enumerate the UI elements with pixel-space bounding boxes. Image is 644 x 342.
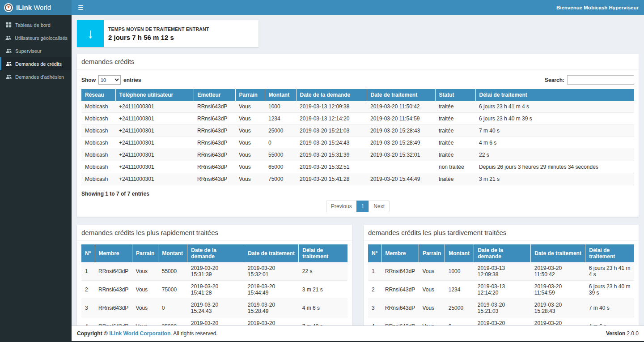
table-cell: 7 m 40 s xyxy=(475,125,634,137)
column-header[interactable]: Membre xyxy=(381,244,419,262)
table-header: N°MembreParrainMontantDate de la demande… xyxy=(368,244,634,262)
table-cell: Mobicash xyxy=(81,101,115,113)
table-cell: 2019-03-20 15:21:03 xyxy=(187,317,244,326)
sidebar-item-label: Superviseur xyxy=(15,48,42,54)
sidebar-item-tableau-de-bord[interactable]: Tableau de bord xyxy=(0,18,72,31)
table-cell: 2019-03-20 15:28:43 xyxy=(531,299,585,317)
table-row: 4RRnsi643dPVous250002019-03-20 15:21:032… xyxy=(81,317,347,326)
column-header[interactable]: Réseau xyxy=(81,89,115,101)
table-row: 2RRnsi643dPVous12342019-03-13 12:14:2020… xyxy=(368,281,634,299)
pagination-page-1-button[interactable]: 1 xyxy=(356,201,369,212)
table-cell: Vous xyxy=(132,317,158,326)
content-area: ↓ TEMPS MOYEN DE TRAITEMENT ENTRANT 2 jo… xyxy=(72,15,644,325)
sidebar-item-label: Demandes d'adhésion xyxy=(15,74,64,80)
table-row: Mobicash+24111000301RRnsi643dPVous250002… xyxy=(81,125,634,137)
table-cell: traitée xyxy=(435,149,475,161)
table-row: 3RRnsi643dPVous250002019-03-20 15:21:032… xyxy=(368,299,634,317)
search-input[interactable] xyxy=(567,75,634,85)
pagination-previous-button[interactable]: Previous xyxy=(326,201,357,212)
table-cell xyxy=(367,161,435,173)
slowest-processed-table: N°MembreParrainMontantDate de la demande… xyxy=(368,244,634,325)
column-header[interactable]: Statut xyxy=(435,89,475,101)
app-logo-icon xyxy=(4,3,13,13)
table-cell: 2019-03-20 15:21:03 xyxy=(296,125,367,137)
bottom-panels-row: demandes crédits les plus rapidement tra… xyxy=(77,225,639,325)
column-header[interactable]: Délai de traitement xyxy=(299,244,347,262)
dashboard-icon xyxy=(5,22,12,28)
sidebar-item-superviseur[interactable]: Superviseur xyxy=(0,44,72,57)
table-cell: 2019-03-20 15:32:01 xyxy=(367,149,435,161)
sidebar-toggle-button[interactable]: ☰ xyxy=(72,0,90,15)
table-row: Mobicash+24111000301RRnsi643dPVous123420… xyxy=(81,113,634,125)
column-header[interactable]: Téléphone utilisateur xyxy=(115,89,194,101)
column-header[interactable]: N° xyxy=(368,244,381,262)
show-entries-select[interactable]: 10 xyxy=(98,75,121,85)
column-header[interactable]: Parrain xyxy=(419,244,445,262)
column-header[interactable]: Date de traitement xyxy=(244,244,299,262)
table-cell: 0 xyxy=(445,317,474,326)
table-cell: Mobicash xyxy=(81,173,115,185)
table-cell: 6 jours 23 h 41 m 4 s xyxy=(475,101,634,113)
sidebar-nav: Tableau de bord Utilisateurs géolocalisé… xyxy=(0,15,72,83)
panel-heading: demandes crédits les plus rapidement tra… xyxy=(77,225,352,241)
column-header[interactable]: N° xyxy=(81,244,95,262)
pagination-next-button[interactable]: Next xyxy=(369,201,390,212)
column-header[interactable]: Montant xyxy=(265,89,296,101)
table-cell: Vous xyxy=(132,281,158,299)
sidebar-item-demandes-adhesion[interactable]: Demandes d'adhésion xyxy=(0,70,72,83)
table-cell: RRnsi643dP xyxy=(381,317,419,326)
table-cell: 2019-03-20 11:50:42 xyxy=(367,101,435,113)
table-info: Showing 1 to 7 of 7 entries xyxy=(81,191,634,197)
table-cell: 75000 xyxy=(158,281,187,299)
column-header[interactable]: Montant xyxy=(158,244,187,262)
table-row: 1RRnsi643dPVous10002019-03-13 12:09:3820… xyxy=(368,262,634,281)
table-cell: Vous xyxy=(419,281,445,299)
table-cell: 2019-03-20 11:50:42 xyxy=(531,262,585,281)
table-row: Mobicash+24111000301RRnsi643dPVous100020… xyxy=(81,101,634,113)
fastest-processed-panel: demandes crédits les plus rapidement tra… xyxy=(77,225,352,325)
app-logo[interactable]: iLink World xyxy=(0,0,72,15)
column-header[interactable]: Parrain xyxy=(132,244,158,262)
table-cell: RRnsi643dP xyxy=(194,161,235,173)
panel-body: N°MembreParrainMontantDate de la demande… xyxy=(77,241,352,325)
column-header[interactable]: Date de la demande xyxy=(187,244,244,262)
column-header[interactable]: Date de traitement xyxy=(367,89,435,101)
table-cell: 2019-03-20 15:28:49 xyxy=(367,137,435,149)
table-body: 1RRnsi643dPVous550002019-03-20 15:31:392… xyxy=(81,262,347,325)
table-header-row: RéseauTéléphone utilisateurEmetteurParra… xyxy=(81,89,634,101)
table-cell: 1234 xyxy=(265,113,296,125)
column-header[interactable]: Délai de traitement xyxy=(585,244,634,262)
column-header[interactable]: Date de traitement xyxy=(531,244,585,262)
table-cell: 2019-03-20 15:41:28 xyxy=(187,281,244,299)
column-header[interactable]: Emetteur xyxy=(194,89,235,101)
table-cell: 2019-03-20 15:31:39 xyxy=(296,149,367,161)
column-header[interactable]: Date de la demande xyxy=(474,244,531,262)
infobox-title: TEMPS MOYEN DE TRAITEMENT ENTRANT xyxy=(108,26,209,32)
column-header[interactable]: Délai de traitement xyxy=(475,89,634,101)
table-cell: RRnsi643dP xyxy=(95,262,132,281)
sidebar-item-label: Tableau de bord xyxy=(15,22,51,28)
sidebar-item-demandes-de-credits[interactable]: Demandes de crédits xyxy=(0,57,72,70)
panel-body: N°MembreParrainMontantDate de la demande… xyxy=(364,241,639,325)
table-body: Mobicash+24111000301RRnsi643dPVous100020… xyxy=(81,101,634,185)
table-cell: traitée xyxy=(435,125,475,137)
search-label: Search: xyxy=(545,77,564,83)
sidebar-item-utilisateurs-geolocalises[interactable]: Utilisateurs géolocalisés xyxy=(0,31,72,44)
table-cell: +24111000301 xyxy=(115,137,194,149)
table-header-row: N°MembreParrainMontantDate de la demande… xyxy=(81,244,347,262)
column-header[interactable]: Montant xyxy=(445,244,474,262)
sidebar: iLink World Tableau de bord Utilisateurs… xyxy=(0,0,72,341)
company-link[interactable]: iLink World Corporation xyxy=(109,330,170,337)
column-header[interactable]: Parrain xyxy=(235,89,265,101)
column-header[interactable]: Date de la demande xyxy=(296,89,367,101)
table-row: 4RRnsi643dPVous02019-03-20 15:24:432019-… xyxy=(368,317,634,326)
table-cell: 2019-03-20 15:28:43 xyxy=(367,125,435,137)
column-header[interactable]: Membre xyxy=(95,244,132,262)
credit-requests-panel: demandes crédits Show 10 entries Search: xyxy=(77,54,639,217)
table-cell: 6 jours 23 h 41 m 4 s xyxy=(585,262,634,281)
table-cell: 2019-03-20 11:54:59 xyxy=(367,113,435,125)
table-cell: 75000 xyxy=(265,173,296,185)
panel-heading: demandes crédits xyxy=(77,54,639,70)
user-welcome[interactable]: Bienvenue Mobicash Hyperviseur xyxy=(556,5,639,10)
table-cell: 2019-03-20 15:24:43 xyxy=(296,137,367,149)
